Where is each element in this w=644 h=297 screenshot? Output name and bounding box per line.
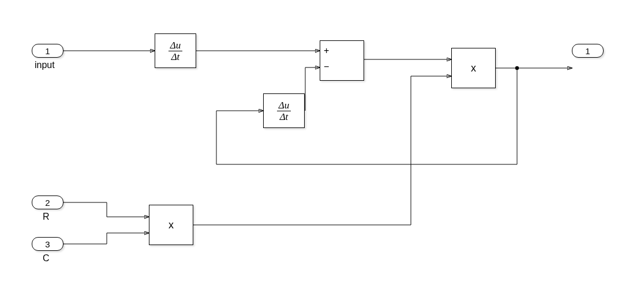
inport-3-number: 3 <box>45 239 50 249</box>
wire-in3-mult1 <box>63 233 149 244</box>
inport-1[interactable]: 1 <box>32 44 63 58</box>
wire-in2-mult1 <box>63 202 149 217</box>
derivative-label-1: Δu Δt <box>169 40 182 62</box>
wire-deriv2-sum <box>305 67 320 111</box>
inport-2-label: R <box>43 212 50 222</box>
sum-sign-minus: − <box>324 62 329 72</box>
multiply-block-2[interactable]: x <box>451 48 496 88</box>
inport-2[interactable]: 2 <box>32 196 63 209</box>
inport-1-number: 1 <box>45 46 50 56</box>
inport-2-number: 2 <box>45 198 50 208</box>
derivative-block-2[interactable]: Δu Δt <box>263 93 305 128</box>
inport-3[interactable]: 3 <box>32 237 63 251</box>
multiply-symbol-2: x <box>471 62 476 74</box>
derivative-block-1[interactable]: Δu Δt <box>155 33 196 68</box>
multiply-block-1[interactable]: x <box>149 205 193 245</box>
sum-sign-plus: + <box>324 46 329 56</box>
branch-node-output <box>515 66 519 70</box>
sum-inner: + − <box>320 41 364 80</box>
inport-1-label: input <box>35 60 55 70</box>
block-diagram-canvas: 1 input 2 R 3 C 1 Δu Δt Δu Δt + − x <box>0 0 644 297</box>
wire-mult1-mult2 <box>193 76 451 225</box>
outport-1[interactable]: 1 <box>572 44 604 58</box>
derivative-label-2: Δu Δt <box>277 100 291 122</box>
outport-1-number: 1 <box>585 46 590 56</box>
multiply-symbol-1: x <box>169 219 174 231</box>
inport-3-label: C <box>43 253 50 264</box>
sum-block[interactable]: + − <box>320 40 364 81</box>
